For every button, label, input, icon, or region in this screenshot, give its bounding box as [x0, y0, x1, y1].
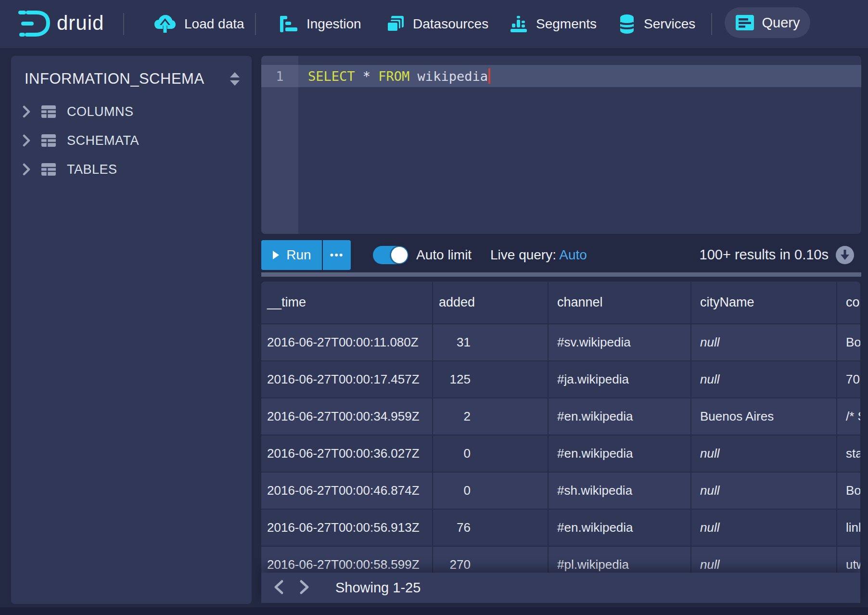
nav-divider — [711, 13, 712, 35]
cell-channel: #en.wikipedia — [549, 436, 691, 472]
sql-keyword: SELECT — [308, 69, 355, 84]
pane-resize-handle[interactable] — [261, 272, 861, 277]
schema-title: INFORMATION_SCHEMA — [25, 70, 204, 88]
cell-channel: #sv.wikipedia — [549, 324, 691, 360]
cell-comment: sta — [837, 436, 860, 472]
nav-divider — [123, 13, 124, 35]
segments-icon — [510, 15, 528, 33]
tree-item-columns[interactable]: COLUMNS — [11, 97, 252, 126]
cell-time: 2016-06-27T00:00:56.913Z — [261, 510, 433, 546]
bottom-strip — [0, 607, 868, 615]
services-database-icon — [618, 14, 636, 34]
results-pager: Showing 1-25 — [261, 573, 860, 603]
cloud-upload-icon — [154, 14, 176, 34]
tree-item-tables[interactable]: TABLES — [11, 155, 252, 184]
nav-item-label: Segments — [536, 16, 597, 32]
nav-item-services[interactable]: Services — [618, 0, 695, 48]
live-query-label: Live query: Auto — [490, 247, 587, 263]
nav-divider — [255, 13, 256, 35]
cell-comment: Bot — [837, 324, 860, 360]
cell-added: 2 — [433, 398, 549, 435]
column-header-comment[interactable]: comment — [837, 282, 860, 323]
table-row[interactable]: 2016-06-27T00:00:56.913Z 76 #en.wikipedi… — [261, 509, 860, 546]
chevron-right-icon — [23, 105, 30, 118]
query-console-icon — [735, 14, 754, 31]
prev-page-button[interactable] — [270, 578, 287, 598]
schema-explorer-panel: INFORMATION_SCHEMA COLUMNS SCHEMATA — [11, 56, 252, 604]
cell-added: 125 — [433, 361, 549, 397]
live-query-value[interactable]: Auto — [559, 247, 587, 262]
cell-cityname: null — [691, 361, 837, 397]
table-row[interactable]: 2016-06-27T00:00:17.457Z 125 #ja.wikiped… — [261, 360, 860, 397]
druid-logo-icon — [17, 9, 52, 39]
table-grid-icon — [41, 163, 56, 176]
datasources-icon — [385, 15, 405, 33]
ingestion-icon — [279, 15, 298, 33]
chevron-left-icon — [273, 579, 284, 595]
tree-item-label: COLUMNS — [67, 104, 134, 119]
nav-item-load-data[interactable]: Load data — [154, 0, 244, 48]
cell-time: 2016-06-27T00:00:17.457Z — [261, 361, 433, 397]
download-icon — [835, 245, 855, 265]
sql-keyword: FROM — [378, 69, 409, 84]
cell-channel: #sh.wikipedia — [549, 473, 691, 509]
column-header-channel[interactable]: channel — [549, 282, 691, 323]
cell-channel: #en.wikipedia — [549, 398, 691, 435]
nav-item-label: Datasources — [413, 16, 488, 32]
ellipsis-icon: ••• — [330, 249, 344, 261]
cell-cityname: null — [691, 324, 837, 360]
column-header-cityname[interactable]: cityName — [691, 282, 837, 323]
cell-comment: /* S — [837, 398, 860, 435]
cell-time: 2016-06-27T00:00:46.874Z — [261, 473, 433, 509]
results-table: __time added channel cityName comment 20… — [261, 282, 860, 603]
results-summary: 100+ results in 0.10s — [700, 247, 829, 263]
column-header-added[interactable]: added — [433, 282, 549, 323]
cell-cityname: null — [691, 510, 837, 546]
next-page-button[interactable] — [296, 578, 313, 598]
run-more-button[interactable]: ••• — [323, 240, 351, 270]
nav-item-query[interactable]: Query — [725, 7, 810, 38]
download-button[interactable] — [835, 245, 855, 265]
cell-comment: 70. — [837, 361, 860, 397]
showing-label: Showing 1-25 — [335, 580, 421, 596]
nav-item-label: Services — [644, 16, 695, 32]
table-header-row: __time added channel cityName comment — [261, 282, 860, 323]
sql-editor[interactable]: 1 SELECT * FROM wikipedia — [261, 56, 861, 234]
play-icon — [272, 250, 280, 260]
auto-limit-label: Auto limit — [416, 247, 472, 263]
text-cursor — [488, 68, 490, 84]
nav-item-ingestion[interactable]: Ingestion — [279, 0, 361, 48]
table-row[interactable]: 2016-06-27T00:00:36.027Z 0 #en.wikipedia… — [261, 435, 860, 472]
cell-channel: #en.wikipedia — [549, 510, 691, 546]
table-grid-icon — [41, 105, 56, 118]
tree-item-schemata[interactable]: SCHEMATA — [11, 126, 252, 155]
nav-item-datasources[interactable]: Datasources — [385, 0, 488, 48]
cell-cityname: null — [691, 473, 837, 509]
nav-item-segments[interactable]: Segments — [510, 0, 597, 48]
table-row[interactable]: 2016-06-27T00:00:46.874Z 0 #sh.wikipedia… — [261, 472, 860, 509]
column-header-time[interactable]: __time — [261, 282, 433, 323]
table-grid-icon — [41, 134, 56, 147]
cell-added: 31 — [433, 324, 549, 360]
sort-double-caret-icon[interactable] — [229, 71, 241, 87]
cell-channel: #ja.wikipedia — [549, 361, 691, 397]
table-row[interactable]: 2016-06-27T00:00:11.080Z 31 #sv.wikipedi… — [261, 323, 860, 360]
sql-star: * — [355, 69, 379, 84]
chevron-right-icon — [299, 579, 310, 595]
nav-item-label: Load data — [184, 16, 244, 32]
cell-time: 2016-06-27T00:00:36.027Z — [261, 436, 433, 472]
cell-cityname: Buenos Aires — [691, 398, 837, 435]
cell-cityname: null — [691, 436, 837, 472]
auto-limit-toggle[interactable] — [373, 246, 408, 264]
top-nav: druid Load data Ingestion Datasour — [0, 0, 868, 48]
cell-added: 0 — [433, 473, 549, 509]
cell-added: 0 — [433, 436, 549, 472]
chevron-right-icon — [23, 163, 30, 176]
tree-item-label: SCHEMATA — [67, 133, 139, 148]
run-button[interactable]: Run — [261, 240, 322, 270]
line-number: 1 — [261, 65, 298, 87]
tree-item-label: TABLES — [67, 162, 117, 177]
cell-time: 2016-06-27T00:00:11.080Z — [261, 324, 433, 360]
sql-code-line[interactable]: SELECT * FROM wikipedia — [308, 65, 490, 87]
table-row[interactable]: 2016-06-27T00:00:34.959Z 2 #en.wikipedia… — [261, 397, 860, 435]
